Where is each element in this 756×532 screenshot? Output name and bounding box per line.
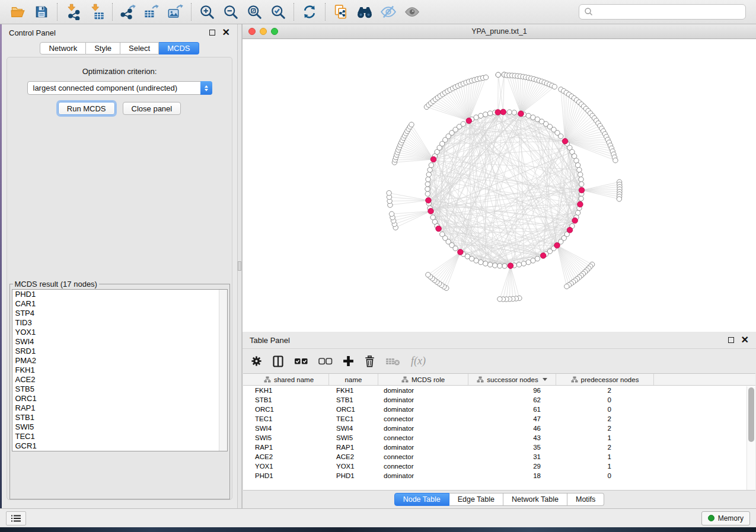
close-panel-button[interactable]: Close panel bbox=[123, 102, 181, 115]
delete-table-icon[interactable] bbox=[385, 357, 401, 366]
close-table-panel-icon[interactable]: ✕ bbox=[741, 337, 749, 343]
mcds-result-item[interactable]: YOX1 bbox=[12, 328, 227, 337]
select-all-icon[interactable] bbox=[294, 357, 308, 366]
tab-select[interactable]: Select bbox=[120, 42, 159, 55]
network-titlebar[interactable]: YPA_prune.txt_1 bbox=[243, 24, 756, 39]
column-header-MCDS-role[interactable]: MCDS role bbox=[378, 374, 468, 385]
column-header-name[interactable]: name bbox=[329, 374, 378, 385]
main-toolbar bbox=[0, 0, 756, 24]
table-tabbar: Node TableEdge TableNetwork TableMotifs bbox=[243, 491, 756, 508]
open-folder-icon[interactable] bbox=[6, 2, 30, 22]
column-header-shared-name[interactable]: shared name bbox=[249, 374, 329, 385]
add-column-icon[interactable] bbox=[343, 355, 354, 367]
hide-selection-icon[interactable] bbox=[377, 2, 400, 22]
panel-splitter[interactable] bbox=[237, 24, 242, 508]
table-panel-title: Table Panel bbox=[250, 336, 290, 345]
table-row[interactable]: TEC1TEC1connector472 bbox=[243, 414, 755, 424]
mcds-result-item[interactable]: GCR1 bbox=[12, 441, 227, 451]
table-row[interactable]: SWI5SWI5connector431 bbox=[243, 433, 755, 443]
memory-status-icon bbox=[708, 515, 714, 521]
tab-network[interactable]: Network bbox=[40, 42, 86, 55]
column-header-predecessor-nodes[interactable]: predecessor nodes bbox=[556, 374, 654, 385]
export-network-icon[interactable] bbox=[116, 2, 140, 22]
tab-style[interactable]: Style bbox=[86, 42, 120, 55]
table-row[interactable]: FKH1FKH1dominator962 bbox=[243, 386, 755, 395]
float-table-panel-icon[interactable] bbox=[728, 337, 734, 343]
gear-icon[interactable] bbox=[251, 355, 262, 367]
deselect-all-icon[interactable] bbox=[318, 357, 333, 366]
column-header-successor-nodes[interactable]: successor nodes bbox=[468, 374, 556, 385]
scrollbar-thumb[interactable] bbox=[748, 387, 754, 442]
import-table-icon[interactable] bbox=[85, 2, 109, 22]
tab-edge-table[interactable]: Edge Table bbox=[449, 493, 503, 506]
columns-icon[interactable] bbox=[272, 355, 284, 367]
copy-network-icon[interactable] bbox=[329, 2, 353, 22]
table-row[interactable]: YOX1YOX1connector291 bbox=[243, 462, 755, 471]
table-row[interactable]: RAP1RAP1dominator352 bbox=[243, 443, 755, 452]
control-panel-tabbar: NetworkStyleSelectMCDS bbox=[2, 42, 237, 55]
export-image-icon[interactable] bbox=[164, 2, 187, 22]
mcds-result-item[interactable]: TID3 bbox=[12, 318, 227, 328]
list-icon bbox=[11, 514, 21, 523]
search-input[interactable] bbox=[594, 8, 741, 17]
network-window: YPA_prune.txt_1 bbox=[242, 24, 756, 332]
mcds-result-item[interactable]: PMA2 bbox=[12, 356, 227, 366]
table-row[interactable]: ACE2ACE2connector311 bbox=[243, 452, 755, 462]
function-builder-icon[interactable]: f(x) bbox=[411, 355, 426, 367]
tab-mcds[interactable]: MCDS bbox=[159, 42, 199, 55]
table-toolbar: f(x) bbox=[243, 348, 756, 373]
control-panel-title: Control Panel bbox=[9, 28, 56, 37]
table-row[interactable]: ORC1ORC1dominator610 bbox=[243, 405, 755, 414]
mcds-result-item[interactable]: RAP1 bbox=[12, 403, 227, 413]
export-table-icon[interactable] bbox=[140, 2, 164, 22]
zoom-out-icon[interactable] bbox=[219, 2, 243, 22]
mcds-result-item[interactable]: CAR1 bbox=[12, 299, 227, 309]
optimization-criterion-label: Optimization criterion: bbox=[82, 67, 157, 76]
criterion-value: largest connected component (undirected) bbox=[28, 84, 200, 92]
mcds-result-item[interactable]: SWI5 bbox=[12, 422, 227, 432]
task-history-button[interactable] bbox=[6, 511, 26, 525]
tab-network-table[interactable]: Network Table bbox=[503, 493, 567, 506]
search-field[interactable] bbox=[579, 4, 746, 20]
refresh-layout-icon[interactable] bbox=[298, 2, 321, 22]
mcds-result-item[interactable]: STP4 bbox=[12, 309, 227, 318]
close-panel-icon[interactable]: ✕ bbox=[222, 30, 230, 36]
network-graph[interactable] bbox=[243, 39, 756, 332]
import-network-icon[interactable] bbox=[61, 2, 85, 22]
mcds-result-item[interactable]: PHD1 bbox=[12, 290, 227, 299]
save-icon[interactable] bbox=[30, 2, 53, 22]
result-scrollbar[interactable] bbox=[219, 290, 227, 451]
search-icon bbox=[584, 7, 594, 17]
dropdown-stepper-icon bbox=[200, 81, 212, 95]
criterion-dropdown[interactable]: largest connected component (undirected) bbox=[27, 81, 212, 95]
table-scrollbar[interactable] bbox=[747, 386, 755, 490]
splitter-handle[interactable] bbox=[238, 261, 241, 271]
mcds-result-list[interactable]: PHD1CAR1STP4TID3YOX1SWI4SRD1PMA2FKH1ACE2… bbox=[12, 289, 228, 451]
network-title: YPA_prune.txt_1 bbox=[243, 27, 756, 36]
mcds-result-item[interactable]: FKH1 bbox=[12, 366, 227, 375]
table-row[interactable]: STB1STB1dominator620 bbox=[243, 395, 755, 405]
table-row[interactable]: PHD1PHD1dominator180 bbox=[243, 471, 755, 480]
tab-node-table[interactable]: Node Table bbox=[394, 493, 449, 506]
zoom-fit-icon[interactable] bbox=[243, 2, 266, 22]
mcds-result-item[interactable]: STB1 bbox=[12, 413, 227, 422]
mcds-result-item[interactable]: TEC1 bbox=[12, 432, 227, 441]
network-canvas[interactable] bbox=[243, 39, 756, 332]
toolbar-separator bbox=[325, 3, 326, 21]
tab-motifs[interactable]: Motifs bbox=[567, 493, 604, 506]
memory-button[interactable]: Memory bbox=[701, 511, 750, 525]
sort-desc-icon bbox=[543, 378, 547, 381]
zoom-selected-icon[interactable] bbox=[266, 2, 290, 22]
table-row[interactable]: SWI4SWI4dominator462 bbox=[243, 424, 755, 433]
run-mcds-button[interactable]: Run MCDS bbox=[58, 102, 115, 115]
mcds-result-item[interactable]: SWI4 bbox=[12, 337, 227, 347]
show-all-icon[interactable] bbox=[400, 2, 424, 22]
zoom-in-icon[interactable] bbox=[195, 2, 219, 22]
binoculars-icon[interactable] bbox=[353, 2, 377, 22]
delete-column-icon[interactable] bbox=[364, 355, 375, 367]
float-panel-icon[interactable] bbox=[209, 30, 215, 36]
mcds-result-item[interactable]: ORC1 bbox=[12, 394, 227, 403]
mcds-result-item[interactable]: SRD1 bbox=[12, 347, 227, 356]
mcds-result-item[interactable]: STB5 bbox=[12, 384, 227, 394]
mcds-result-item[interactable]: ACE2 bbox=[12, 375, 227, 384]
